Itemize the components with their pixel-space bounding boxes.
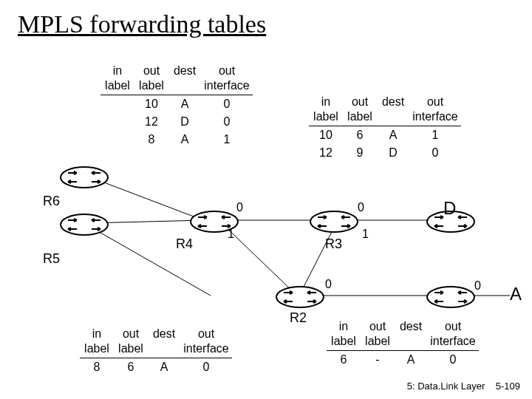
table-row: 8 A 1 — [100, 131, 253, 149]
table-row: 10 A 0 — [100, 95, 253, 113]
page-title: MPLS forwarding tables — [18, 10, 266, 38]
cell: A — [148, 358, 180, 376]
port-label: 1 — [362, 228, 369, 241]
cell: 0 — [427, 351, 479, 369]
col-in-label: in label — [100, 62, 134, 95]
router-label-r6: R6 — [43, 194, 60, 209]
table-row: 12 D 0 — [100, 113, 253, 131]
col-out-interface: out interface — [427, 318, 479, 350]
footer-chapter: 5: Data.Link Layer — [407, 381, 485, 392]
table-row: 10 6 A 1 — [309, 126, 461, 144]
col-out-interface: out interface — [180, 325, 232, 358]
cell: 1 — [409, 126, 461, 144]
col-out-interface: out interface — [409, 93, 461, 126]
cell: 6 — [343, 126, 377, 144]
port-label: 0 — [358, 201, 364, 214]
col-in-label: in label — [80, 325, 114, 358]
cell: 10 — [134, 95, 168, 113]
forwarding-table-r3: in label out label dest out interface 10… — [309, 93, 461, 162]
forwarding-table-r2: in label out label dest out interface 6 … — [327, 318, 479, 369]
router-a — [426, 285, 476, 309]
router-label-r4: R4 — [176, 236, 193, 252]
cell — [100, 131, 134, 149]
footer-page: 5-109 — [496, 381, 520, 392]
port-label: 0 — [236, 201, 243, 214]
table-row: 6 - A 0 — [327, 351, 479, 369]
col-out-label: out label — [134, 62, 168, 95]
cell: 9 — [343, 144, 377, 162]
router-icon — [275, 285, 325, 309]
router-icon — [59, 166, 109, 189]
router-label-r5: R5 — [43, 251, 60, 267]
cell: A — [395, 351, 427, 369]
router-r5 — [59, 213, 109, 236]
slide-footer: 5: Data.Link Layer 5-109 — [407, 381, 520, 392]
col-out-interface: out interface — [201, 62, 253, 95]
col-dest: dest — [148, 325, 180, 358]
router-icon — [59, 213, 109, 236]
cell: D — [377, 144, 409, 162]
cell: 12 — [309, 144, 343, 162]
cell: 8 — [134, 131, 168, 149]
router-icon — [309, 210, 359, 233]
cell — [100, 113, 134, 131]
port-label: 1 — [228, 228, 234, 241]
port-label: 0 — [325, 278, 332, 291]
dest-d-label: D — [443, 198, 456, 219]
col-in-label: in label — [327, 318, 361, 350]
cell: 0 — [201, 95, 253, 113]
cell: D — [168, 113, 201, 131]
col-dest: dest — [168, 62, 201, 95]
col-dest: dest — [395, 318, 427, 350]
router-r6 — [59, 166, 109, 189]
cell: 1 — [201, 131, 253, 149]
cell: 8 — [80, 358, 114, 376]
col-in-label: in label — [309, 93, 343, 126]
cell: 6 — [114, 358, 148, 376]
cell: 6 — [327, 351, 361, 369]
col-dest: dest — [377, 93, 409, 126]
cell: - — [361, 351, 395, 369]
cell: 10 — [309, 126, 343, 144]
table-row: 12 9 D 0 — [309, 144, 461, 162]
port-label: 0 — [474, 279, 481, 293]
cell: 0 — [409, 144, 461, 162]
table-row: 8 6 A 0 — [80, 358, 232, 376]
cell: A — [168, 95, 201, 113]
cell: 0 — [201, 113, 253, 131]
cell: A — [377, 126, 409, 144]
cell: 12 — [134, 113, 168, 131]
router-icon — [426, 285, 476, 309]
col-out-label: out label — [343, 93, 377, 126]
router-r2 — [275, 285, 325, 309]
cell — [100, 95, 134, 113]
router-r3 — [309, 210, 359, 233]
cell: 0 — [180, 358, 232, 376]
dest-a-label: A — [510, 284, 522, 304]
col-out-label: out label — [361, 318, 395, 350]
forwarding-table-r4: in label out label dest out interface 8 … — [80, 325, 232, 376]
router-label-r3: R3 — [325, 236, 342, 252]
col-out-label: out label — [114, 325, 148, 358]
router-label-r2: R2 — [290, 310, 307, 326]
cell: A — [168, 131, 201, 149]
forwarding-table-r6r5: in label out label dest out interface 10… — [100, 62, 253, 149]
